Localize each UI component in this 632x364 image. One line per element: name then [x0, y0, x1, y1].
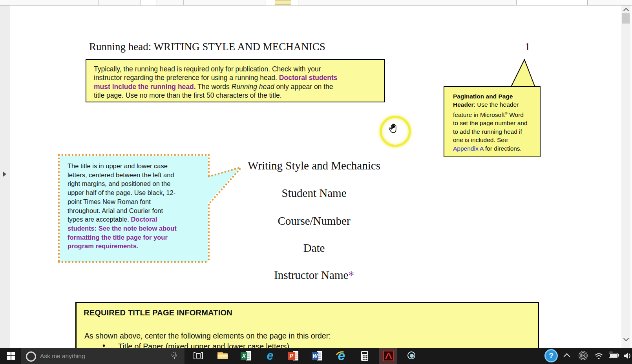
required-info-box: REQUIRED TITLE PAGE INFORMATION As shown…: [75, 302, 539, 348]
date-line: Date: [196, 242, 432, 255]
hand-cursor-icon: [387, 122, 400, 135]
volume-icon[interactable]: [623, 352, 632, 360]
task-view-button[interactable]: [194, 352, 203, 360]
scrollbar-thumb[interactable]: [622, 13, 630, 24]
vertical-scrollbar[interactable]: [621, 5, 630, 348]
battery-charging-icon[interactable]: [609, 351, 619, 359]
course-number-line: Course/Number: [196, 215, 432, 228]
spiral-tray-icon[interactable]: [579, 351, 588, 360]
instructor-name-text: Instructor Name: [274, 269, 348, 281]
appendix-a-link[interactable]: Appendix A: [453, 145, 484, 152]
student-name-line: Student Name: [196, 187, 432, 200]
edge-icon: e: [265, 349, 276, 361]
expand-panel-arrow-icon[interactable]: [3, 171, 6, 177]
wifi-icon[interactable]: [594, 352, 603, 360]
paper-title: Writing Style and Mechanics: [196, 159, 432, 172]
excel-button[interactable]: X: [241, 350, 252, 361]
instructor-asterisk: *: [348, 269, 354, 281]
page-number-text: 1: [525, 41, 530, 53]
required-info-intro: As shown above, center the following ele…: [84, 331, 331, 340]
calculator-button[interactable]: [359, 350, 370, 361]
toolbar-separator: [183, 0, 184, 5]
powerpoint-button[interactable]: P: [288, 350, 299, 361]
adobe-acrobat-icon: [383, 351, 394, 361]
side-panel-strip: [0, 5, 10, 348]
toolbar-separator: [98, 0, 99, 5]
title-format-note: The title is in upper and lower caselett…: [68, 162, 209, 251]
required-info-heading: REQUIRED TITLE PAGE INFORMATION: [84, 308, 232, 317]
start-button[interactable]: [5, 348, 17, 364]
file-explorer-button[interactable]: [217, 350, 228, 361]
zoom-control[interactable]: [265, 0, 298, 5]
running-head-text: Running head: WRITING STYLE AND MECHANIC…: [89, 41, 325, 53]
screen: Running head: WRITING STYLE AND MECHANIC…: [0, 0, 632, 364]
running-head-note: Typically, the running head is required …: [86, 59, 385, 102]
scrollbar-edge: [630, 5, 632, 348]
callout-pointer: [506, 57, 539, 89]
question-mark-icon: ?: [549, 351, 553, 360]
taskbar: Ask me anything X e P W e: [0, 348, 632, 364]
task-view-icon: [194, 352, 195, 359]
highlight-tool-button[interactable]: [275, 0, 291, 5]
instructor-name-line: Instructor Name*: [196, 269, 432, 282]
microphone-icon[interactable]: [171, 352, 177, 360]
windows-logo-icon: [7, 352, 15, 360]
page-number-field[interactable]: [141, 0, 157, 5]
search-input[interactable]: Ask me anything: [21, 348, 184, 364]
word-button[interactable]: W: [312, 350, 323, 361]
pagination-note: Pagination and PageHeader: Use the heade…: [444, 86, 541, 157]
help-tray-button[interactable]: ?: [544, 349, 558, 362]
toolbar-search-field[interactable]: [516, 0, 588, 5]
adobe-acrobat-button-active[interactable]: [379, 348, 397, 364]
search-placeholder: Ask me anything: [40, 348, 85, 364]
cortana-icon: [26, 351, 36, 362]
screen-recorder-button[interactable]: [406, 350, 417, 361]
show-hidden-icons-chevron[interactable]: [564, 353, 570, 360]
edge-button[interactable]: e: [265, 350, 276, 361]
toolbar-sliver: [0, 0, 632, 5]
internet-explorer-button[interactable]: e: [336, 350, 347, 361]
